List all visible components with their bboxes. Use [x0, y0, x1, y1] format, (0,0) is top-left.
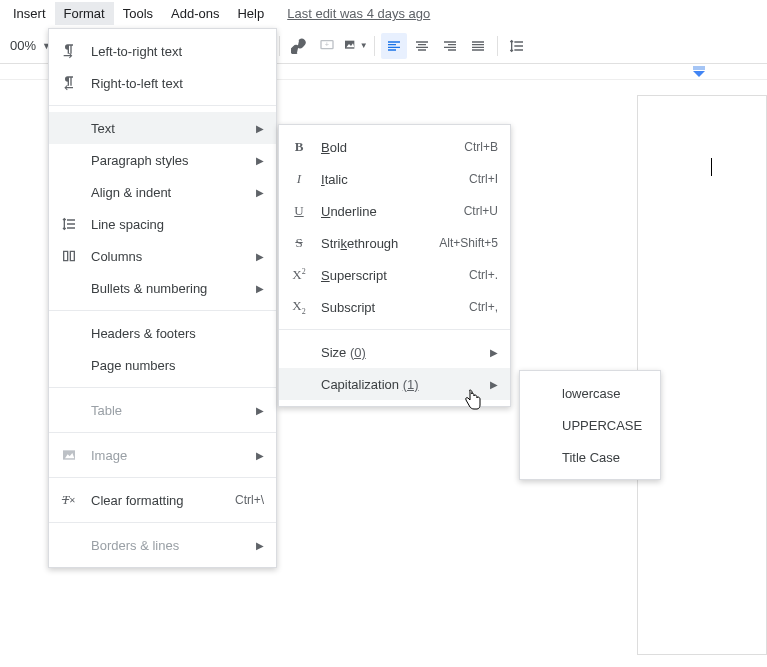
- separator: [49, 105, 276, 106]
- mi-label: Line spacing: [91, 217, 264, 232]
- menu-format[interactable]: Format: [55, 2, 114, 25]
- strikethrough-icon: S: [289, 233, 309, 253]
- align-center-button[interactable]: [409, 33, 435, 59]
- insert-link-button[interactable]: [286, 33, 312, 59]
- mi-capitalization[interactable]: Capitalization (1) ▶: [279, 368, 510, 400]
- submenu-arrow-icon: ▶: [256, 540, 264, 551]
- shortcut: Alt+Shift+5: [439, 236, 498, 250]
- separator: [49, 432, 276, 433]
- align-justify-button[interactable]: [465, 33, 491, 59]
- svg-marker-4: [693, 71, 705, 77]
- columns-icon: [59, 246, 79, 266]
- mi-superscript[interactable]: X2 Superscript Ctrl+.: [279, 259, 510, 291]
- submenu-arrow-icon: ▶: [256, 123, 264, 134]
- line-spacing-button[interactable]: [504, 33, 530, 59]
- shortcut: Ctrl+I: [469, 172, 498, 186]
- insert-image-button[interactable]: ▼: [342, 33, 368, 59]
- mi-bold[interactable]: B Bold Ctrl+B: [279, 131, 510, 163]
- mi-uppercase[interactable]: UPPERCASE: [520, 409, 660, 441]
- mi-label: Text: [91, 121, 248, 136]
- shortcut: Ctrl+,: [469, 300, 498, 314]
- subscript-icon: X2: [289, 297, 309, 317]
- separator: [279, 329, 510, 330]
- mi-label: Clear formatting: [91, 493, 235, 508]
- mi-headers-footers[interactable]: Headers & footers: [49, 317, 276, 349]
- menu-tools[interactable]: Tools: [114, 2, 162, 25]
- mi-label: Paragraph styles: [91, 153, 248, 168]
- ltr-icon: [59, 41, 79, 61]
- menu-addons[interactable]: Add-ons: [162, 2, 228, 25]
- align-right-button[interactable]: [437, 33, 463, 59]
- shortcut: Ctrl+\: [235, 493, 264, 507]
- mi-columns[interactable]: Columns ▶: [49, 240, 276, 272]
- mi-line-spacing[interactable]: Line spacing: [49, 208, 276, 240]
- submenu-arrow-icon: ▶: [490, 347, 498, 358]
- mi-text[interactable]: Text ▶: [49, 112, 276, 144]
- mi-label: Table: [91, 403, 248, 418]
- align-left-button[interactable]: [381, 33, 407, 59]
- shortcut: Ctrl+U: [464, 204, 498, 218]
- text-submenu: B Bold Ctrl+B I Italic Ctrl+I U Underlin…: [278, 124, 511, 407]
- svg-rect-5: [693, 66, 705, 70]
- mi-subscript[interactable]: X2 Subscript Ctrl+,: [279, 291, 510, 323]
- submenu-arrow-icon: ▶: [256, 187, 264, 198]
- format-dropdown: Left-to-right text Right-to-left text Te…: [48, 28, 277, 568]
- mi-underline[interactable]: U Underline Ctrl+U: [279, 195, 510, 227]
- submenu-arrow-icon: ▶: [256, 283, 264, 294]
- mi-lowercase[interactable]: lowercase: [520, 377, 660, 409]
- mi-bullets-numbering[interactable]: Bullets & numbering ▶: [49, 272, 276, 304]
- bold-icon: B: [289, 137, 309, 157]
- indent-marker-icon[interactable]: [693, 66, 705, 78]
- underline-icon: U: [289, 201, 309, 221]
- rtl-icon: [59, 73, 79, 93]
- italic-icon: I: [289, 169, 309, 189]
- mi-clear-formatting[interactable]: T✕ Clear formatting Ctrl+\: [49, 484, 276, 516]
- image-icon: [59, 445, 79, 465]
- menu-insert[interactable]: Insert: [4, 2, 55, 25]
- insert-comment-button[interactable]: +: [314, 33, 340, 59]
- submenu-arrow-icon: ▶: [256, 450, 264, 461]
- mi-label: Strikethrough: [321, 236, 439, 251]
- mi-label: Page numbers: [91, 358, 264, 373]
- mi-italic[interactable]: I Italic Ctrl+I: [279, 163, 510, 195]
- mi-strikethrough[interactable]: S Strikethrough Alt+Shift+5: [279, 227, 510, 259]
- mi-label: Borders & lines: [91, 538, 248, 553]
- menu-help[interactable]: Help: [228, 2, 273, 25]
- mi-borders-lines: Borders & lines ▶: [49, 529, 276, 561]
- submenu-arrow-icon: ▶: [490, 379, 498, 390]
- line-spacing-icon: [59, 214, 79, 234]
- mi-align-indent[interactable]: Align & indent ▶: [49, 176, 276, 208]
- separator: [49, 310, 276, 311]
- mi-label: Left-to-right text: [91, 44, 264, 59]
- mi-label: Underline: [321, 204, 464, 219]
- mi-label: Superscript: [321, 268, 469, 283]
- menubar: Insert Format Tools Add-ons Help Last ed…: [0, 0, 767, 28]
- mi-label: Capitalization (1): [321, 377, 482, 392]
- svg-text:+: +: [325, 39, 329, 48]
- mi-rtl[interactable]: Right-to-left text: [49, 67, 276, 99]
- capitalization-submenu: lowercase UPPERCASE Title Case: [519, 370, 661, 480]
- mi-title-case[interactable]: Title Case: [520, 441, 660, 473]
- mi-label: Image: [91, 448, 248, 463]
- mi-ltr[interactable]: Left-to-right text: [49, 35, 276, 67]
- separator: [49, 522, 276, 523]
- separator: [49, 387, 276, 388]
- mi-size[interactable]: Size (0) ▶: [279, 336, 510, 368]
- mi-label: Subscript: [321, 300, 469, 315]
- mi-label: Title Case: [562, 450, 648, 465]
- mi-label: Right-to-left text: [91, 76, 264, 91]
- mi-label: Headers & footers: [91, 326, 264, 341]
- mi-label: lowercase: [562, 386, 648, 401]
- last-edit-link[interactable]: Last edit was 4 days ago: [287, 6, 430, 21]
- mi-label: Bullets & numbering: [91, 281, 248, 296]
- superscript-icon: X2: [289, 265, 309, 285]
- submenu-arrow-icon: ▶: [256, 155, 264, 166]
- mi-label: Columns: [91, 249, 248, 264]
- separator: [49, 477, 276, 478]
- mi-page-numbers[interactable]: Page numbers: [49, 349, 276, 381]
- mi-label: Align & indent: [91, 185, 248, 200]
- mi-image: Image ▶: [49, 439, 276, 471]
- mi-table: Table ▶: [49, 394, 276, 426]
- mi-label: UPPERCASE: [562, 418, 648, 433]
- mi-paragraph-styles[interactable]: Paragraph styles ▶: [49, 144, 276, 176]
